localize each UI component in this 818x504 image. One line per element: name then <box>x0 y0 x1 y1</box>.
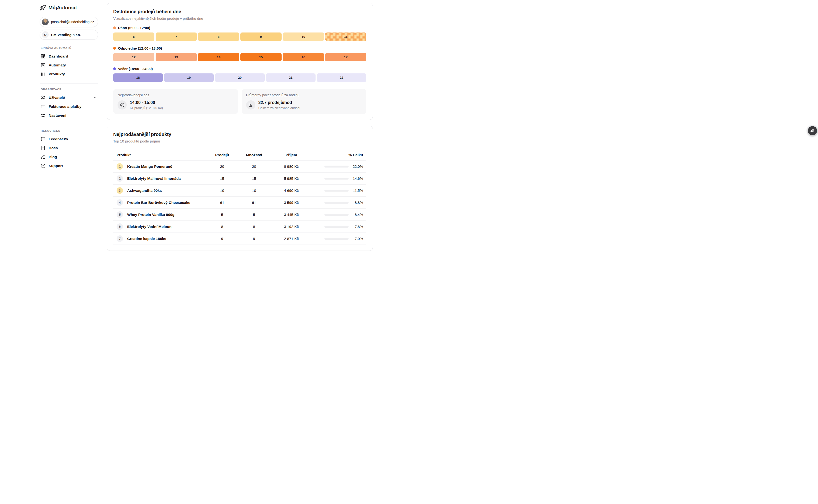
col-qty: Množství <box>237 153 272 157</box>
stat-sub: 61 prodejů (12 075 Kč) <box>130 106 163 110</box>
stat-value: 14:00 - 15:00 <box>130 100 163 105</box>
pct-progress-bar <box>325 238 349 240</box>
revenue-value: 3 445 Kč <box>272 213 311 217</box>
hour-group-label: Odpoledne (12:00 - 18:00) <box>118 46 162 50</box>
sales-distribution-panel: Distribuce prodejů během dne Vizualizace… <box>107 3 373 120</box>
table-body: 1 Kreatin Mango Pomeranč 20 20 8 980 Kč … <box>113 161 366 245</box>
rank-badge: 4 <box>116 199 123 206</box>
sidebar-item-blog[interactable]: Blog <box>40 152 98 161</box>
stat-label: Nejprodávanější čas <box>117 93 234 97</box>
sidebar-item-label: Dashboard <box>49 54 68 58</box>
sidebar-item-label: Automaty <box>49 63 66 67</box>
top-products-panel: Nejprodávanější produkty Top 10 produktů… <box>107 126 373 251</box>
hour-group: Večer (18:00 - 24:00) 1819202122 <box>113 67 366 82</box>
hour-group: Odpoledne (12:00 - 18:00) 121314151617 <box>113 46 366 61</box>
hour-heat-cell: 12 <box>113 53 154 61</box>
revenue-value: 3 599 Kč <box>272 200 311 205</box>
account-pill[interactable]: pospichal@underholding.cz <box>40 17 98 27</box>
sidebar-item-label: Uživatelé <box>49 96 65 100</box>
chevron-down-icon <box>93 96 97 100</box>
pct-value: 8.4% <box>351 213 363 217</box>
sliders-icon <box>41 113 45 118</box>
panel-title: Nejprodávanější produkty <box>113 132 366 137</box>
sidebar-item-u-ivatel-[interactable]: Uživatelé <box>40 93 98 102</box>
stats-row: Nejprodávanější čas 14:00 - 15:00 61 pro… <box>113 89 366 114</box>
sidebar-item-dashboard[interactable]: Dashboard <box>40 52 98 61</box>
sales-value: 9 <box>208 237 237 241</box>
panel-subtitle: Vizualizace nejaktivnějších hodin prodej… <box>113 16 366 20</box>
hour-heat-cell: 10 <box>283 32 324 41</box>
sidebar-item-docs[interactable]: Docs <box>40 143 98 152</box>
nav-section: SPRÁVA AUTOMATŮ Dashboard Automaty Produ… <box>40 46 98 78</box>
sidebar-item-label: Feedbacks <box>49 137 68 141</box>
rank-badge: 6 <box>116 223 123 230</box>
product-name: Protein Bar Borůvkový Cheesecake <box>127 200 208 205</box>
product-name: Creatine kapsle 180ks <box>127 237 208 241</box>
table-row: 5 Whey Protein Vanilka 900g 5 5 3 445 Kč… <box>113 209 366 221</box>
stat-label: Průměrný počet prodejů za hodinu <box>246 93 362 97</box>
org-avatar: O <box>42 31 49 38</box>
user-email: pospichal@underholding.cz <box>51 20 94 24</box>
hour-heat-cell: 8 <box>198 32 239 41</box>
revenue-value: 4 690 Kč <box>272 188 311 193</box>
hour-distribution: Ráno (6:00 - 12:00) 67891011 Odpoledne (… <box>113 26 366 82</box>
avg-sales-card: Průměrný počet prodejů za hodinu 32.7 pr… <box>242 89 367 114</box>
table-row: 3 Ashwagandha 90ks 10 10 4 690 Kč 11.5% <box>113 185 366 197</box>
pct-progress-bar <box>325 166 349 168</box>
rank-badge: 7 <box>116 235 123 242</box>
sidebar-item-nastaven-[interactable]: Nastavení <box>40 111 98 120</box>
qty-value: 8 <box>237 225 272 229</box>
hour-group-label: Ráno (6:00 - 12:00) <box>118 26 150 30</box>
hour-heat-cell: 11 <box>325 32 366 41</box>
pct-value: 22.0% <box>351 164 363 168</box>
message-icon <box>41 137 45 142</box>
rank-badge: 2 <box>116 175 123 182</box>
qty-value: 10 <box>237 188 272 193</box>
legend-dot-icon <box>113 47 116 50</box>
product-name: Kreatin Mango Pomeranč <box>127 164 208 169</box>
sidebar-item-support[interactable]: Support <box>40 161 98 170</box>
pct-progress-bar <box>325 214 349 216</box>
product-name: Elektrolyty Malinová limonáda <box>127 176 208 181</box>
nav-section-label: SPRÁVA AUTOMATŮ <box>40 46 98 49</box>
credit-card-icon <box>41 104 45 109</box>
sales-value: 61 <box>208 200 237 205</box>
qty-value: 61 <box>237 200 272 205</box>
stat-sub: Celkem za sledované období <box>259 106 300 110</box>
hour-heat-cell: 7 <box>155 32 197 41</box>
hour-heat-cell: 20 <box>215 73 265 82</box>
org-switcher-pill[interactable]: O SM Vending s.r.o. <box>40 30 98 40</box>
sidebar-item-produkty[interactable]: Produkty <box>40 70 98 78</box>
hour-heat-cell: 16 <box>283 53 324 61</box>
col-sales: Prodejů <box>208 153 237 157</box>
hour-heat-cell: 18 <box>113 73 163 82</box>
sidebar-item-automaty[interactable]: Automaty <box>40 61 98 70</box>
hour-heat-cell: 19 <box>164 73 214 82</box>
hour-heat-cell: 14 <box>198 53 239 61</box>
org-name: SM Vending s.r.o. <box>51 33 81 37</box>
nav-section: ORGANIZACE Uživatelé Fakturace a platby … <box>40 83 98 120</box>
hour-heat-cell: 22 <box>317 73 366 82</box>
sidebar-item-label: Docs <box>49 146 58 150</box>
col-revenue: Příjem <box>272 153 311 157</box>
barcode-icon <box>41 72 45 77</box>
pct-progress-bar <box>325 190 349 192</box>
revenue-value: 8 980 Kč <box>272 164 311 169</box>
table-header: Produkt Prodejů Množství Příjem % Celku <box>113 149 366 161</box>
sidebar-item-label: Blog <box>49 155 57 159</box>
hour-group-legend: Ráno (6:00 - 12:00) <box>113 26 366 30</box>
app-title: MůjAutomat <box>48 5 77 11</box>
pct-progress-bar <box>325 178 349 180</box>
stat-value: 32.7 prodejů/hod <box>259 100 300 105</box>
pct-value: 14.6% <box>351 176 363 181</box>
pen-icon <box>41 155 45 159</box>
pct-value: 7.8% <box>351 225 363 229</box>
hour-group-legend: Odpoledne (12:00 - 18:00) <box>113 46 366 50</box>
app-logo[interactable]: MůjAutomat <box>40 4 98 12</box>
app-root: MůjAutomat pospichal@underholding.cz O S… <box>0 0 409 251</box>
sidebar-item-fakturace-a-platby[interactable]: Fakturace a platby <box>40 102 98 111</box>
vending-machine-icon <box>41 63 45 68</box>
sidebar-item-feedbacks[interactable]: Feedbacks <box>40 135 98 143</box>
hour-heat-cell: 21 <box>266 73 316 82</box>
legend-dot-icon <box>113 67 116 70</box>
